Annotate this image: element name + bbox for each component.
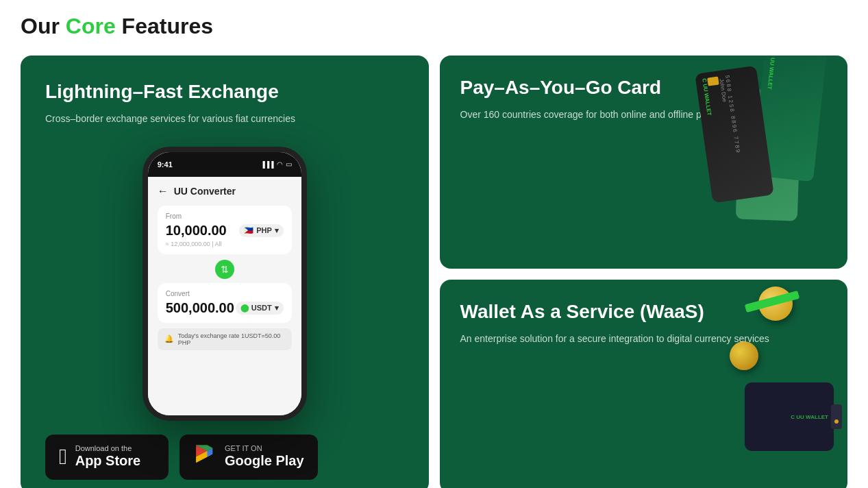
card-exchange-desc: Cross–border exchange services for vario… xyxy=(45,112,404,126)
card-exchange-title: Lightning–Fast Exchange xyxy=(45,80,404,103)
to-box: Convert 500,000.00 ⬤ USDT ▾ xyxy=(158,283,292,323)
card-payasyougo: Pay–As–You–Go Card Over 160 countries co… xyxy=(440,56,848,269)
wallet-body: C UU WALLET xyxy=(745,382,834,451)
swap-circle-icon: ⇅ xyxy=(215,260,234,279)
from-amount: 10,000.00 xyxy=(166,223,227,239)
phone-frame: 9:41 ▐▐▐ ◠ ▭ ← UU Converter From xyxy=(142,147,307,421)
heading-highlight: Core xyxy=(66,14,116,38)
phone-status-icons: ▐▐▐ ◠ ▭ xyxy=(261,160,292,168)
heading-prefix: Our xyxy=(21,14,66,38)
card-chip-1 xyxy=(707,77,719,86)
credit-cards-visual: 5688 1258 8896 7789 John Doe C UU WALLET… xyxy=(690,56,841,234)
wallet-clasp xyxy=(831,404,842,429)
googleplay-sub-label: GET IT ON xyxy=(225,445,304,452)
googleplay-button[interactable]: GET IT ON Google Play xyxy=(179,435,318,480)
from-label: From xyxy=(166,212,284,220)
wallet-brand-text: C UU WALLET xyxy=(791,414,828,420)
app-buttons:  Download on the App Store xyxy=(45,435,404,488)
wifi-icon: ◠ xyxy=(277,160,283,168)
features-grid: Lightning–Fast Exchange Cross–border exc… xyxy=(21,56,847,488)
rate-text: Today's exchange rate 1USDT=50.00 PHP xyxy=(178,332,285,346)
card-waas-title: Wallet As a Service (WaaS) xyxy=(460,300,828,324)
from-currency-badge: 🇵🇭 PHP ▾ xyxy=(239,224,284,237)
to-currency-row: 500,000.00 ⬤ USDT ▾ xyxy=(166,300,284,316)
phone-screen: ← UU Converter From 10,000.00 🇵🇭 PHP ▾ xyxy=(148,177,301,415)
card-waas-desc: An enterprise solution for a secure inte… xyxy=(460,332,828,346)
phone-screen-title: UU Converter xyxy=(174,186,236,197)
battery-icon: ▭ xyxy=(286,160,292,168)
phone-time: 9:41 xyxy=(158,160,173,169)
googleplay-main-label: Google Play xyxy=(225,452,304,469)
dropdown-arrow-2: ▾ xyxy=(275,304,279,313)
bell-icon: 🔔 xyxy=(164,334,174,343)
appstore-main-label: App Store xyxy=(75,452,141,469)
phone-mockup: 9:41 ▐▐▐ ◠ ▭ ← UU Converter From xyxy=(45,147,404,421)
back-arrow-icon: ← xyxy=(158,185,169,197)
page-heading: Our Core Features xyxy=(21,14,847,39)
to-amount: 500,000.00 xyxy=(166,300,234,316)
card-exchange: Lightning–Fast Exchange Cross–border exc… xyxy=(21,56,429,488)
to-currency-code: USDT xyxy=(251,304,272,312)
phone-status-bar: 9:41 ▐▐▐ ◠ ▭ xyxy=(148,152,301,177)
from-box: From 10,000.00 🇵🇭 PHP ▾ ≈ 12,000,000.00 … xyxy=(158,206,292,254)
from-sub: ≈ 12,000,000.00 | All xyxy=(166,241,284,247)
usdt-icon: ⬤ xyxy=(240,304,249,313)
phone-nav: ← UU Converter xyxy=(158,182,292,197)
googleplay-icon xyxy=(193,443,216,472)
appstore-sub-label: Download on the xyxy=(75,445,141,452)
swap-button[interactable]: ⇅ xyxy=(158,260,292,279)
from-currency-row: 10,000.00 🇵🇭 PHP ▾ xyxy=(166,223,284,239)
appstore-text: Download on the App Store xyxy=(75,445,141,469)
appstore-button[interactable]:  Download on the App Store xyxy=(45,435,169,480)
card-waas-text: Wallet As a Service (WaaS) An enterprise… xyxy=(460,300,828,360)
heading-suffix: Features xyxy=(116,14,213,38)
wallet-clasp-dot xyxy=(834,419,839,424)
to-label: Convert xyxy=(166,290,284,297)
signal-icon: ▐▐▐ xyxy=(261,161,274,168)
to-currency-badge: ⬤ USDT ▾ xyxy=(236,302,284,315)
from-currency-code: PHP xyxy=(256,226,272,234)
googleplay-text: GET IT ON Google Play xyxy=(225,445,304,469)
php-flag: 🇵🇭 xyxy=(244,226,253,235)
rate-notice: 🔔 Today's exchange rate 1USDT=50.00 PHP xyxy=(158,328,292,350)
dropdown-arrow: ▾ xyxy=(275,226,279,235)
card-waas: Wallet As a Service (WaaS) An enterprise… xyxy=(440,280,848,488)
apple-icon:  xyxy=(59,444,67,469)
